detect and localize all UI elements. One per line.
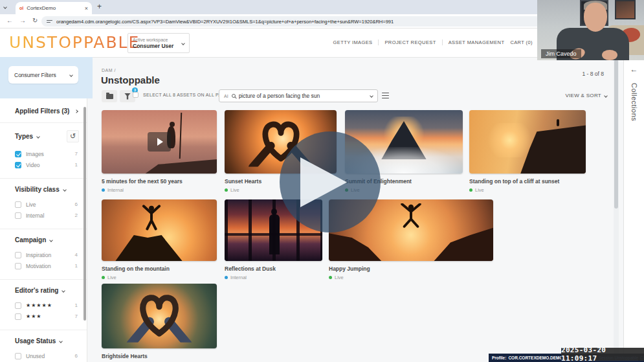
filter-option-count: 1 <box>75 162 79 168</box>
chevron-down-icon <box>69 73 73 77</box>
status-label: Live <box>230 187 239 193</box>
asset-thumbnail[interactable] <box>102 199 217 261</box>
funnel-icon <box>124 93 131 100</box>
filter-option-3stars[interactable]: ★★★ 7 <box>15 311 79 322</box>
collections-panel[interactable]: ← Collections <box>623 57 644 362</box>
video-play-button[interactable] <box>148 132 171 152</box>
page-title: Unstoppable <box>101 74 160 85</box>
filter-preset-dropdown[interactable]: Consumer Filters <box>8 66 78 84</box>
checkbox[interactable] <box>15 162 21 168</box>
content-scrollbar[interactable] <box>614 57 619 362</box>
browser-tab[interactable]: ol CortexDemo × <box>16 2 92 14</box>
status-label: Live <box>107 275 117 280</box>
chevron-down-icon <box>36 135 40 139</box>
filter-option-count: 1 <box>75 263 79 269</box>
asset-thumbnail[interactable] <box>102 284 217 348</box>
checkbox[interactable] <box>15 302 21 309</box>
filter-option-internal[interactable]: Internal 2 <box>15 210 79 221</box>
asset-title[interactable]: Standing on the mountain <box>102 266 217 272</box>
select-all-control[interactable]: SELECT ALL 8 ASSETS ON ALL PAGES <box>133 92 232 98</box>
nav-project-request[interactable]: PROJECT REQUEST <box>384 40 436 45</box>
status-dot <box>102 276 105 279</box>
breadcrumb[interactable]: DAM / <box>102 68 116 73</box>
asset-title[interactable]: Standing on top of a cliff at sunset <box>469 178 586 185</box>
checkbox[interactable] <box>15 151 21 157</box>
filter-option-5stars[interactable]: ★★★★★ 1 <box>15 300 79 311</box>
filter-option-images[interactable]: Images 7 <box>15 148 79 159</box>
chevron-down-icon <box>181 41 185 45</box>
sidebar-scrollbar[interactable] <box>83 107 86 321</box>
chevron-down-icon <box>3 5 7 9</box>
tab-search-icon[interactable] <box>4 4 10 10</box>
site-favicon: ol <box>19 6 23 10</box>
asset-thumbnail[interactable] <box>469 110 586 174</box>
workspace-value: Consumer User <box>133 43 182 49</box>
new-tab-button[interactable]: + <box>97 2 102 11</box>
filter-option-unused[interactable]: Unused 6 <box>15 350 79 361</box>
status-dot <box>102 188 105 192</box>
thumb-art <box>396 203 426 232</box>
search-settings-icon[interactable] <box>382 93 389 98</box>
brand-logo[interactable]: UNSTOPPABLE <box>9 33 140 52</box>
reset-filter-button[interactable]: ↺ <box>67 130 79 142</box>
section-title[interactable]: Usage Status <box>15 337 56 345</box>
speaker-name-label: Jim Cavedo <box>541 49 581 58</box>
play-icon <box>300 157 347 207</box>
asset-title[interactable]: 5 minutes for the next 50 years <box>102 178 217 185</box>
filter-option-label: Images <box>26 151 44 157</box>
checkbox[interactable] <box>15 313 21 320</box>
filter-option-inspiration[interactable]: Inspiration 4 <box>15 249 79 260</box>
scrollbar-thumb[interactable] <box>614 60 618 209</box>
view-sort-button[interactable]: VIEW & SORT <box>565 93 607 98</box>
nav-asset-management[interactable]: ASSET MANAGEMENT <box>449 40 505 45</box>
status-label: Live <box>475 187 484 193</box>
nav-getty-images[interactable]: GETTY IMAGES <box>333 40 373 45</box>
filter-option-video[interactable]: Video 1 <box>15 159 79 170</box>
search-query[interactable]: picture of a person facing the sun <box>239 93 367 99</box>
video-overlay-play-button[interactable] <box>280 131 381 232</box>
asset-thumbnail[interactable] <box>102 110 217 174</box>
nav-divider <box>442 40 443 45</box>
filter-preset-value: Consumer Filters <box>14 72 70 78</box>
chevron-down-icon <box>63 188 67 192</box>
filter-option-label: Internal <box>26 212 44 219</box>
asset-title[interactable]: Reflections at Dusk <box>225 266 322 272</box>
site-settings-icon[interactable] <box>47 20 52 23</box>
filter-option-motivation[interactable]: Motivation 1 <box>15 260 79 271</box>
search-bar[interactable]: AI picture of a person facing the sun <box>219 89 378 102</box>
search-icon <box>232 94 236 98</box>
star-rating: ★★★★★ <box>26 302 52 308</box>
reload-icon[interactable]: ↻ <box>32 17 38 24</box>
chevron-down-icon <box>62 289 66 293</box>
section-title[interactable]: Types <box>15 133 33 140</box>
filter-option-live[interactable]: Live 6 <box>15 199 79 210</box>
select-all-checkbox[interactable] <box>133 92 139 98</box>
chevron-down-icon[interactable] <box>370 94 373 98</box>
tab-close-icon[interactable]: × <box>85 5 88 12</box>
filter-section-rating: Editor's rating ★★★★★ 1 ★★★ 7 <box>0 280 87 330</box>
section-title[interactable]: Editor's rating <box>15 287 58 294</box>
checkbox[interactable] <box>15 353 21 359</box>
applied-filters-row[interactable]: Applied Filters (3) <box>0 98 87 123</box>
filter-option-count: 6 <box>75 201 79 207</box>
collapse-arrow-icon[interactable]: ← <box>624 65 644 74</box>
checkbox[interactable] <box>15 212 21 219</box>
back-icon[interactable]: ← <box>6 17 13 24</box>
checkbox[interactable] <box>15 263 21 269</box>
asset-title[interactable]: Brightside Hearts <box>102 353 217 359</box>
nav-cart[interactable]: CART (0) <box>510 40 533 45</box>
status-label: Internal <box>107 187 124 193</box>
asset-title[interactable]: Happy Jumping <box>329 266 493 272</box>
workspace-selector[interactable]: Active workspace Consumer User <box>128 33 190 53</box>
checkbox[interactable] <box>15 201 21 208</box>
chevron-right-icon <box>74 109 78 113</box>
folder-view-button[interactable] <box>102 90 117 102</box>
asset-card: 5 minutes for the next 50 years Internal <box>102 110 217 193</box>
forward-icon[interactable]: → <box>19 17 26 24</box>
thumb-art <box>557 119 559 126</box>
section-title[interactable]: Visibility class <box>15 186 60 193</box>
checkbox[interactable] <box>15 252 21 258</box>
section-title[interactable]: Campaign <box>15 236 46 243</box>
url-field[interactable]: orangedam4.cdm.orangelogic.com/CS.aspx?V… <box>41 16 546 27</box>
url-text: orangedam4.cdm.orangelogic.com/CS.aspx?V… <box>56 19 394 25</box>
